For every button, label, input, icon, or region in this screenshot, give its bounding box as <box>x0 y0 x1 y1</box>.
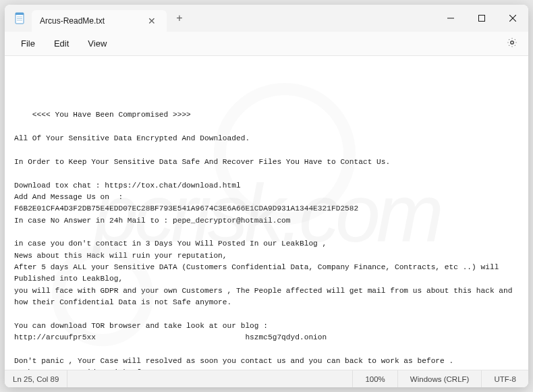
close-window-button[interactable] <box>497 5 528 32</box>
tab-title: Arcus-ReadMe.txt <box>40 16 105 26</box>
status-encoding[interactable]: UTF-8 <box>481 370 528 387</box>
menu-edit[interactable]: Edit <box>45 34 78 53</box>
statusbar: Ln 25, Col 89 100% Windows (CRLF) UTF-8 <box>5 370 528 387</box>
watermark-circle <box>52 245 153 346</box>
watermark-circle <box>214 83 356 225</box>
tab-active[interactable]: Arcus-ReadMe.txt ✕ <box>32 10 167 32</box>
menu-view[interactable]: View <box>78 34 116 53</box>
status-position: Ln 25, Col 89 <box>5 370 67 387</box>
settings-button[interactable] <box>503 33 522 55</box>
text-editor-area[interactable]: pcrisk.com <<<< You Have Been Compromise… <box>5 56 528 370</box>
new-tab-button[interactable]: + <box>169 8 190 28</box>
menubar: File Edit View <box>5 32 528 56</box>
close-tab-icon[interactable]: ✕ <box>145 14 159 28</box>
document-text: <<<< You Have Been Compromised >>>> All … <box>14 111 517 370</box>
notepad-icon <box>14 11 25 25</box>
minimize-button[interactable] <box>435 5 466 32</box>
maximize-button[interactable] <box>466 5 497 32</box>
gear-icon <box>507 37 517 48</box>
window-controls <box>435 5 528 32</box>
svg-rect-6 <box>479 16 485 22</box>
status-line-ending[interactable]: Windows (CRLF) <box>397 370 482 387</box>
titlebar: Arcus-ReadMe.txt ✕ + <box>5 5 528 32</box>
notepad-window: Arcus-ReadMe.txt ✕ + File Edit View <box>5 5 528 387</box>
status-zoom[interactable]: 100% <box>352 370 397 387</box>
menu-file[interactable]: File <box>11 34 45 53</box>
svg-rect-1 <box>16 13 24 15</box>
